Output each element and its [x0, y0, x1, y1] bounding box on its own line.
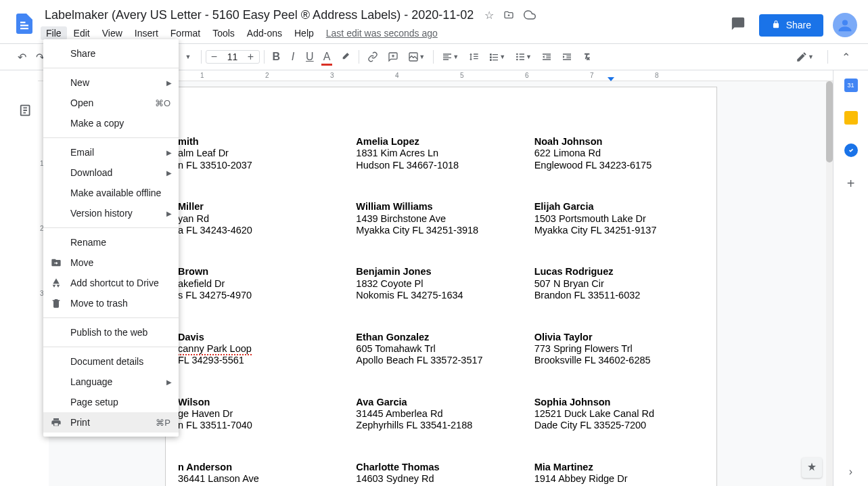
menu-item-trash[interactable]: Move to trash — [43, 293, 179, 313]
share-button[interactable]: Share — [759, 14, 823, 37]
menu-item-offline[interactable]: Make available offline — [43, 183, 179, 203]
address-label[interactable]: Ethan Gonzalez605 Tomahawk TrlApollo Bea… — [356, 332, 526, 367]
insert-link-button[interactable] — [363, 48, 382, 66]
menu-item-language[interactable]: Language▶ — [43, 372, 179, 392]
menu-item-rename[interactable]: Rename — [43, 232, 179, 252]
move-icon — [50, 257, 62, 268]
menu-addons[interactable]: Add-ons — [242, 26, 288, 40]
menu-item-move[interactable]: Move — [43, 252, 179, 273]
checklist-button[interactable]: ▼ — [484, 48, 509, 66]
menu-edit[interactable]: Edit — [68, 26, 95, 40]
last-edit-link[interactable]: Last edit was seconds ago — [326, 28, 438, 39]
menu-item-label: Move — [70, 257, 93, 268]
address-label[interactable]: Ava Garcia31445 Amberlea RdZephyrhills F… — [356, 397, 526, 432]
address-label[interactable]: Mia Martinez1914 Abbey Ridge Dr — [534, 462, 704, 485]
ruler-indent-indicator[interactable] — [608, 77, 614, 81]
menu-item-label: Language — [70, 376, 112, 387]
menu-item-publish[interactable]: Publish to the web — [43, 322, 179, 343]
highlight-color-button[interactable] — [336, 48, 355, 66]
explore-button[interactable] — [802, 458, 822, 478]
address-label[interactable]: William Williams1439 Birchstone AveMyakk… — [356, 201, 526, 236]
collapse-toolbar-button[interactable]: ⌃ — [838, 48, 854, 66]
address-label[interactable]: Sophia Johnson12521 Duck Lake Canal RdDa… — [534, 397, 704, 432]
underline-button[interactable]: U — [302, 48, 318, 66]
comments-icon[interactable] — [727, 12, 750, 38]
address-label[interactable]: Milleryan Rda FL 34243-4620 — [178, 201, 348, 236]
drive-shortcut-icon — [50, 278, 62, 288]
menu-item-label: Add shortcut to Drive — [70, 278, 159, 288]
line-spacing-button[interactable] — [464, 48, 483, 66]
align-button[interactable]: ▼ — [438, 48, 463, 66]
print-icon — [50, 417, 62, 428]
menu-view[interactable]: View — [97, 26, 128, 40]
menu-tools[interactable]: Tools — [207, 26, 240, 40]
insert-comment-button[interactable] — [384, 48, 403, 66]
menu-insert[interactable]: Insert — [129, 26, 164, 40]
address-label[interactable]: Benjamin Jones1832 Coyote PlNokomis FL 3… — [356, 266, 526, 301]
submenu-arrow-icon: ▶ — [166, 149, 172, 156]
document-title[interactable]: Labelmaker (Avery US Letter - 5160 Easy … — [41, 7, 478, 24]
svg-point-1 — [842, 20, 848, 25]
docs-logo-icon[interactable] — [11, 5, 38, 42]
outline-toggle-icon[interactable] — [19, 103, 34, 120]
menu-item-doc-details[interactable]: Document details — [43, 351, 179, 372]
document-page[interactable]: mithalm Leaf Drn FL 33510-2037Amelia Lop… — [165, 87, 717, 486]
tasks-sidepanel-icon[interactable] — [844, 143, 858, 157]
increase-indent-button[interactable] — [557, 48, 576, 66]
vertical-scrollbar[interactable] — [826, 81, 833, 486]
svg-point-3 — [516, 53, 518, 56]
menu-help[interactable]: Help — [289, 26, 319, 40]
address-label[interactable]: Wilsonge Haven Drn FL 33511-7040 — [178, 397, 348, 432]
font-size-increase[interactable]: + — [243, 51, 259, 63]
address-label[interactable]: Brownakefield Drs FL 34275-4970 — [178, 266, 348, 301]
menu-item-new[interactable]: New▶ — [43, 72, 179, 93]
menu-item-make-copy[interactable]: Make a copy — [43, 113, 179, 133]
menu-item-print[interactable]: Print⌘P — [43, 412, 179, 433]
submenu-arrow-icon: ▶ — [166, 169, 172, 177]
add-sidepanel-icon[interactable]: + — [847, 176, 855, 192]
text-color-button[interactable]: A — [319, 48, 335, 66]
italic-button[interactable]: I — [285, 48, 300, 66]
menu-item-version-history[interactable]: Version history▶ — [43, 203, 179, 223]
menu-item-email[interactable]: Email▶ — [43, 142, 179, 162]
undo-button[interactable]: ↶ — [14, 48, 30, 66]
address-label[interactable]: Amelia Lopez1831 Kim Acres LnHudson FL 3… — [356, 136, 526, 171]
bulleted-list-button[interactable]: ▼ — [511, 48, 536, 66]
font-size-decrease[interactable]: − — [206, 51, 223, 63]
share-button-label: Share — [786, 20, 811, 30]
clear-formatting-button[interactable] — [578, 48, 597, 66]
font-size-value[interactable]: 11 — [223, 51, 243, 62]
address-label[interactable]: Charlotte Thomas14603 Sydney Rd — [356, 462, 526, 485]
address-label[interactable]: Elijah Garcia1503 Portsmouth Lake DrMyak… — [534, 201, 704, 236]
hide-sidepanel-icon[interactable]: › — [849, 466, 852, 478]
account-avatar[interactable] — [833, 13, 857, 37]
move-folder-icon[interactable] — [503, 9, 514, 22]
menu-item-share[interactable]: Share — [43, 43, 179, 64]
address-label[interactable]: Daviscanny Park LoopFL 34293-5561 — [178, 332, 348, 367]
address-label[interactable]: Lucas Rodriguez507 N Bryan CirBrandon FL… — [534, 266, 704, 301]
address-label[interactable]: Olivia Taylor773 Spring Flowers TrlBrook… — [534, 332, 704, 367]
keep-sidepanel-icon[interactable] — [844, 111, 858, 125]
font-size-stepper[interactable]: − 11 + — [206, 50, 260, 64]
menu-item-label: Document details — [70, 356, 143, 367]
menu-item-label: Publish to the web — [70, 327, 147, 338]
ruler-mark: 1 — [200, 72, 204, 79]
menu-format[interactable]: Format — [165, 26, 206, 40]
menu-item-label: Make available offline — [70, 187, 161, 198]
star-icon[interactable]: ☆ — [484, 9, 494, 22]
calendar-sidepanel-icon[interactable]: 31 — [844, 79, 858, 92]
menu-item-download[interactable]: Download▶ — [43, 162, 179, 183]
editing-mode-button[interactable]: ▼ — [792, 48, 818, 66]
menu-item-open[interactable]: Open⌘O — [43, 93, 179, 113]
menu-item-add-shortcut[interactable]: Add shortcut to Drive — [43, 273, 179, 293]
insert-image-button[interactable]: ▼ — [404, 48, 429, 66]
cloud-status-icon[interactable] — [524, 9, 536, 22]
decrease-indent-button[interactable] — [537, 48, 556, 66]
address-label[interactable]: Noah Johnson622 Limona RdEnglewood FL 34… — [534, 136, 704, 171]
scrollbar-thumb[interactable] — [826, 81, 833, 162]
address-label[interactable]: mithalm Leaf Drn FL 33510-2037 — [178, 136, 348, 171]
bold-button[interactable]: B — [269, 48, 285, 66]
menu-file[interactable]: File — [41, 26, 67, 40]
address-label[interactable]: n Anderson36441 Lanson Ave — [178, 462, 348, 485]
menu-item-page-setup[interactable]: Page setup — [43, 392, 179, 412]
